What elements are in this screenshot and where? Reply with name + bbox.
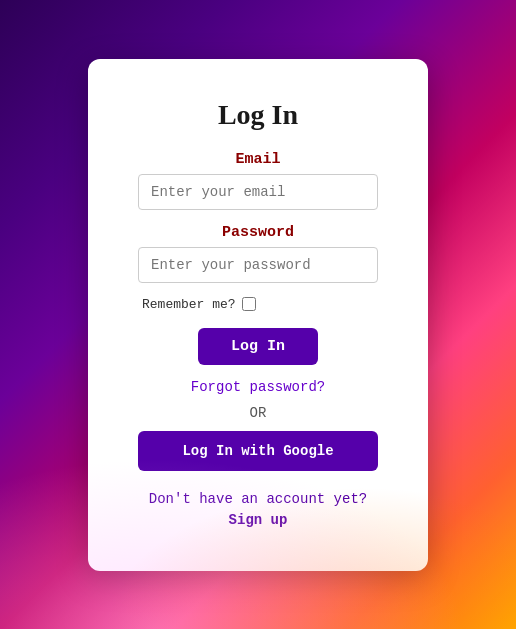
remember-row: Remember me?: [142, 297, 256, 312]
page-title: Log In: [218, 99, 298, 131]
email-input[interactable]: [138, 174, 378, 210]
forgot-password-link[interactable]: Forgot password?: [191, 379, 325, 395]
password-label: Password: [222, 224, 294, 241]
signup-row: Don't have an account yet? Sign up: [138, 489, 378, 531]
login-card: Log In Email Password Remember me? Log I…: [88, 59, 428, 571]
login-button[interactable]: Log In: [198, 328, 318, 365]
signup-link[interactable]: Sign up: [229, 512, 288, 528]
no-account-text: Don't have an account yet?: [149, 491, 367, 507]
remember-label: Remember me?: [142, 297, 236, 312]
email-group: Email: [138, 151, 378, 224]
or-divider: OR: [250, 405, 267, 421]
remember-checkbox[interactable]: [242, 297, 256, 311]
email-label: Email: [235, 151, 280, 168]
password-group: Password: [138, 224, 378, 297]
password-input[interactable]: [138, 247, 378, 283]
google-login-button[interactable]: Log In with Google: [138, 431, 378, 471]
